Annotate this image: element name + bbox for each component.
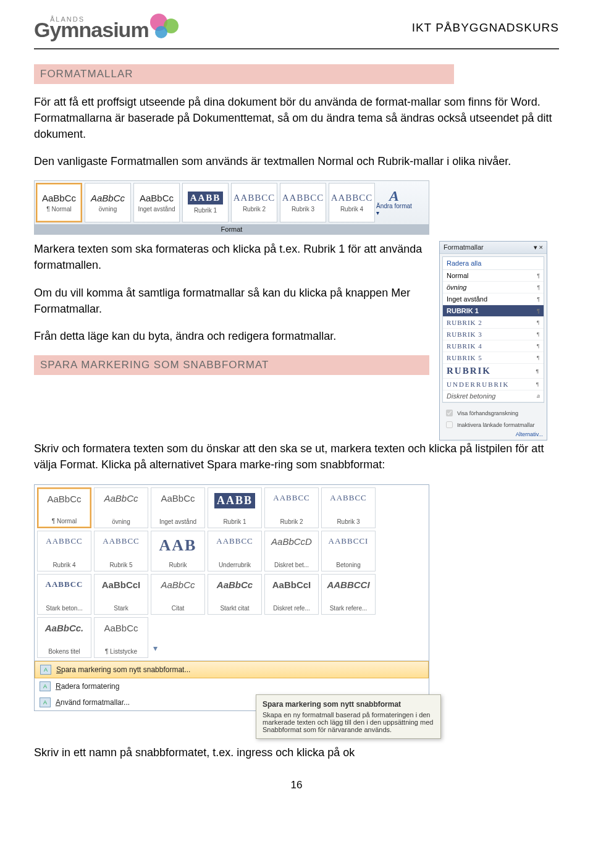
style-tile--vning[interactable]: AaBbCcövning [85, 183, 131, 222]
pane-title-text: Formatmallar [444, 243, 484, 251]
tooltip-save-quickstyle: Spara markering som nytt snabbformat Ska… [256, 694, 441, 739]
pane-style-rubrik-5[interactable]: RUBRIK 5¶ [443, 352, 544, 364]
paragraph-mark-text: Markera texten som ska formateras och kl… [34, 241, 429, 273]
styles-task-pane: Formatmallar ▾ × Radera alla Normal¶övni… [439, 241, 547, 440]
pane-checkbox-disable-linked[interactable]: Inaktivera länkade formatmallar [444, 419, 543, 430]
style-tile-rubrik-4[interactable]: AABBCCRubrik 4 [329, 183, 375, 222]
style-tile-rubrik-1[interactable]: AABBRubrik 1 [182, 183, 229, 222]
style-tile-rubrik-2[interactable]: AABBCCRubrik 2 [231, 183, 277, 222]
pane-options-link[interactable]: Alternativ... [444, 431, 543, 437]
ribbon-group-label: Format [35, 224, 429, 234]
pane-close-icon[interactable]: ▾ × [534, 243, 543, 251]
gallery-tile-rubrik-3[interactable]: AABBCCRubrik 3 [321, 487, 376, 528]
change-format-button[interactable]: AÄndra format ▾ [376, 181, 412, 224]
gallery-tile-rubrik[interactable]: AABRubrik [151, 531, 205, 571]
gallery-tile-citat[interactable]: AaBbCcCitat [151, 574, 205, 615]
gallery-tile--vning[interactable]: AaBbCcövning [94, 487, 148, 528]
pane-style-rubrik[interactable]: RUBRIK¶ [443, 364, 544, 379]
gallery-tile-rubrik-2[interactable]: AABBCCRubrik 2 [264, 487, 319, 528]
pane-style-underrubrik[interactable]: UNDERRUBRIK¶ [443, 379, 544, 390]
style-tile-inget-avst-nd[interactable]: AaBbCcInget avstånd [133, 183, 180, 222]
pane-style-normal[interactable]: Normal¶ [443, 270, 544, 282]
gallery-tile--normal[interactable]: AaBbCc¶ Normal [37, 487, 91, 528]
pane-style-rubrik-1[interactable]: RUBRIK 1¶ [443, 305, 544, 317]
pane-style-diskret-betoning[interactable]: Diskret betoninga [443, 390, 544, 402]
pane-clear-all[interactable]: Radera alla [443, 257, 544, 270]
section-heading-spara: SPARA MARKERING SOM SNABBFORMAT [34, 355, 429, 375]
menu-item-spara-markering-som-nytt-snabb[interactable]: ASpara markering som nytt snabbformat... [35, 661, 429, 678]
course-title: IKT PÅBYGGNADSKURS [412, 21, 559, 35]
pane-style-rubrik-2[interactable]: RUBRIK 2¶ [443, 317, 544, 329]
gallery-tile-betoning[interactable]: AABBCCIBetoning [321, 531, 376, 571]
gallery-tile-starkt-citat[interactable]: AaBbCcStarkt citat [208, 574, 262, 615]
paragraph-intro-1: För att få ett proffsigt utseende på din… [34, 94, 559, 142]
gallery-tile-diskret-refe-[interactable]: AaBbCcIDiskret refe... [264, 574, 319, 615]
paragraph-save-quickstyle: Skriv och formatera texten som du önskar… [34, 440, 559, 473]
pane-style--vning[interactable]: övning¶ [443, 282, 544, 293]
paragraph-intro-2: Den vanligaste Formatmallen som används … [34, 153, 559, 169]
menu-icon: A [40, 697, 51, 707]
tooltip-title: Spara markering som nytt snabbformat [263, 700, 434, 709]
pane-style-rubrik-3[interactable]: RUBRIK 3¶ [443, 329, 544, 340]
section-heading-formatmallar: FORMATMALLAR [34, 64, 454, 84]
gallery-tile-diskret-bet-[interactable]: AaBbCcDDiskret bet... [264, 531, 319, 571]
gallery-tile-rubrik-4[interactable]: AABBCCRubrik 4 [37, 531, 91, 571]
pane-title-bar: Formatmallar ▾ × [440, 242, 547, 254]
gallery-tile-stark-refere-[interactable]: AABBCCIStark refere... [321, 574, 376, 615]
page-number: 16 [34, 779, 559, 791]
pane-checkbox-preview[interactable]: Visa förhandsgranskning [444, 408, 543, 418]
brand-logo: ÅLANDS Gymnasium [34, 12, 183, 43]
gallery-tile-rubrik-5[interactable]: AABBCCRubrik 5 [94, 531, 148, 571]
styles-gallery-ribbon: AaBbCc¶ NormalAaBbCcövningAaBbCcInget av… [34, 180, 429, 235]
gallery-tile--liststycke[interactable]: AaBbCc¶ Liststycke [94, 617, 148, 658]
logo-circles-icon [146, 12, 183, 43]
paragraph-name-quickstyle: Skriv in ett namn på snabbformatet, t.ex… [34, 744, 559, 761]
menu-icon: A [40, 681, 51, 691]
style-tile-rubrik-3[interactable]: AABBCCRubrik 3 [280, 183, 326, 222]
paragraph-edit-styles: Från detta läge kan du byta, ändra och r… [34, 328, 429, 344]
brand-main-text: Gymnasium [34, 19, 149, 40]
gallery-tile-inget-avst-nd[interactable]: AaBbCcInget avstånd [151, 487, 205, 528]
gallery-tile-bokens-titel[interactable]: AaBbCc.Bokens titel [37, 617, 91, 658]
gallery-tile-stark-beton-[interactable]: AABBCCStark beton... [37, 574, 91, 615]
gallery-scroll-down-icon[interactable]: ▾ [149, 616, 161, 659]
menu-icon: A [40, 665, 51, 675]
pane-style-rubrik-4[interactable]: RUBRIK 4¶ [443, 340, 544, 352]
tooltip-body: Skapa en ny formatmall baserad på format… [263, 711, 434, 733]
gallery-tile-rubrik-1[interactable]: AABBRubrik 1 [208, 487, 262, 528]
style-tile--normal[interactable]: AaBbCc¶ Normal [36, 183, 82, 222]
styles-gallery-expanded: AaBbCc¶ NormalAaBbCcövningAaBbCcInget av… [34, 484, 429, 711]
header-divider [34, 48, 559, 49]
document-header: ÅLANDS Gymnasium IKT PÅBYGGNADSKURS [34, 12, 559, 43]
paragraph-more-styles: Om du vill komma åt samtliga formatmalla… [34, 285, 429, 317]
gallery-tile-underrubrik[interactable]: AABBCCUnderrubrik [208, 531, 262, 571]
pane-style-inget-avst-nd[interactable]: Inget avstånd¶ [443, 293, 544, 305]
menu-item-radera-formatering[interactable]: ARadera formatering [35, 678, 429, 694]
gallery-tile-stark[interactable]: AaBbCcIStark [94, 574, 148, 615]
